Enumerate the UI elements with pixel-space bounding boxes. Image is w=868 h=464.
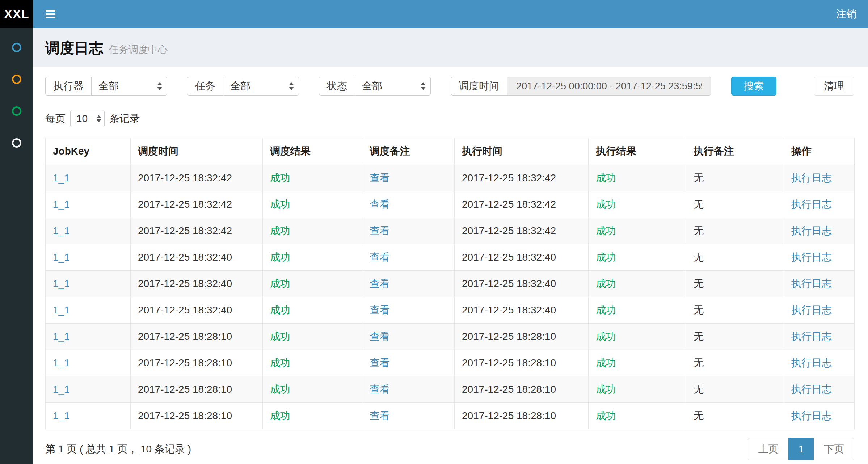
table-row: 1_1 2017-12-25 18:28:10 成功 查看 2017-12-25… [46,376,855,403]
circle-o-icon [12,106,21,116]
handle-time-cell: 2017-12-25 18:32:42 [455,218,589,244]
executor-select-value: 全部 [98,79,119,93]
trigger-msg-link[interactable]: 查看 [370,199,390,210]
exec-log-link[interactable]: 执行日志 [791,410,832,421]
content-box: 执行器 全部 任务 全部 状态 全部 [33,67,868,464]
handle-result-cell: 成功 [589,376,686,403]
trigger-msg-link[interactable]: 查看 [370,357,390,368]
trigger-result-cell: 成功 [263,350,362,376]
search-button[interactable]: 搜索 [731,77,776,96]
job-filter-group: 任务 全部 [187,77,299,96]
trigger-result-cell: 成功 [263,403,362,429]
trigger-result-cell: 成功 [263,376,362,403]
sidebar-menu-item[interactable] [0,31,33,63]
select-stepper-icon [97,115,101,122]
trigger-msg-link[interactable]: 查看 [370,331,390,342]
handle-msg-cell: 无 [686,297,784,324]
page-length-label-before: 每页 [45,112,66,126]
handle-msg-cell: 无 [686,244,784,271]
handle-time-cell: 2017-12-25 18:28:10 [455,350,589,376]
jobkey-link[interactable]: 1_1 [53,357,70,368]
trigger-msg-link[interactable]: 查看 [370,172,390,184]
trigger-msg-link[interactable]: 查看 [370,252,390,263]
clear-button[interactable]: 清理 [814,77,854,96]
handle-result-cell: 成功 [589,271,686,297]
exec-log-link[interactable]: 执行日志 [791,384,832,395]
handle-msg-cell: 无 [686,271,784,297]
jobkey-link[interactable]: 1_1 [53,384,70,395]
handle-msg-cell: 无 [686,191,784,218]
col-header-trigger-time: 调度时间 [131,138,263,165]
handle-msg-cell: 无 [686,350,784,376]
trigger-result-cell: 成功 [263,244,362,271]
table-row: 1_1 2017-12-25 18:28:10 成功 查看 2017-12-25… [46,403,855,429]
page-length-value: 10 [76,113,88,125]
trigger-result-cell: 成功 [263,165,362,191]
trigger-result-cell: 成功 [263,218,362,244]
exec-log-link[interactable]: 执行日志 [791,278,832,289]
current-page-button[interactable]: 1 [788,438,814,460]
jobkey-link[interactable]: 1_1 [53,278,70,289]
sidebar-menu-item[interactable] [0,127,33,159]
trigger-msg-link[interactable]: 查看 [370,278,390,289]
handle-result-cell: 成功 [589,191,686,218]
trigger-msg-link[interactable]: 查看 [370,225,390,236]
handle-msg-cell: 无 [686,324,784,350]
trigger-time-range-input[interactable] [507,77,711,96]
trigger-result-cell: 成功 [263,271,362,297]
jobkey-link[interactable]: 1_1 [53,172,70,184]
table-row: 1_1 2017-12-25 18:32:42 成功 查看 2017-12-25… [46,191,855,218]
sidebar-menu-item[interactable] [0,95,33,127]
sidebar-toggle-button[interactable] [44,6,57,22]
trigger-msg-link[interactable]: 查看 [370,304,390,316]
handle-time-cell: 2017-12-25 18:32:42 [455,165,589,191]
table-row: 1_1 2017-12-25 18:32:42 成功 查看 2017-12-25… [46,165,855,191]
sidebar-menu-item[interactable] [0,63,33,95]
app-logo[interactable]: XXL [0,0,33,28]
exec-log-link[interactable]: 执行日志 [791,252,832,263]
page-info: 第 1 页 ( 总共 1 页， 10 条记录 ) [45,442,191,456]
table-row: 1_1 2017-12-25 18:32:42 成功 查看 2017-12-25… [46,218,855,244]
trigger-time-cell: 2017-12-25 18:32:40 [131,297,263,324]
table-row: 1_1 2017-12-25 18:32:40 成功 查看 2017-12-25… [46,244,855,271]
jobkey-link[interactable]: 1_1 [53,199,70,210]
table-row: 1_1 2017-12-25 18:28:10 成功 查看 2017-12-25… [46,324,855,350]
table-row: 1_1 2017-12-25 18:32:40 成功 查看 2017-12-25… [46,271,855,297]
trigger-result-cell: 成功 [263,324,362,350]
jobkey-link[interactable]: 1_1 [53,304,70,316]
handle-time-cell: 2017-12-25 18:32:40 [455,271,589,297]
jobkey-link[interactable]: 1_1 [53,331,70,342]
prev-page-button[interactable]: 上页 [748,438,788,460]
status-select[interactable]: 全部 [355,77,431,96]
jobkey-link[interactable]: 1_1 [53,225,70,236]
handle-result-cell: 成功 [589,324,686,350]
trigger-time-cell: 2017-12-25 18:28:10 [131,324,263,350]
executor-select[interactable]: 全部 [91,77,167,96]
col-header-trigger-result: 调度结果 [263,138,362,165]
exec-log-link[interactable]: 执行日志 [791,172,832,184]
logout-link[interactable]: 注销 [836,7,856,21]
jobkey-link[interactable]: 1_1 [53,410,70,421]
job-select[interactable]: 全部 [223,77,299,96]
trigger-time-filter-label: 调度时间 [451,77,507,96]
exec-log-link[interactable]: 执行日志 [791,225,832,236]
trigger-msg-link[interactable]: 查看 [370,410,390,421]
handle-msg-cell: 无 [686,376,784,403]
trigger-time-cell: 2017-12-25 18:28:10 [131,403,263,429]
trigger-msg-link[interactable]: 查看 [370,384,390,395]
job-select-value: 全部 [230,79,250,93]
trigger-time-cell: 2017-12-25 18:32:42 [131,218,263,244]
page-length-select[interactable]: 10 [70,110,105,127]
exec-log-link[interactable]: 执行日志 [791,331,832,342]
exec-log-link[interactable]: 执行日志 [791,199,832,210]
col-header-handle-time: 执行时间 [455,138,589,165]
select-stepper-icon [157,82,162,90]
exec-log-link[interactable]: 执行日志 [791,304,832,316]
circle-o-icon [12,43,21,52]
next-page-button[interactable]: 下页 [814,438,854,460]
jobkey-link[interactable]: 1_1 [53,252,70,263]
exec-log-link[interactable]: 执行日志 [791,357,832,368]
main-content: 调度日志 任务调度中心 执行器 全部 任务 全部 [33,28,868,464]
col-header-handle-result: 执行结果 [589,138,686,165]
status-filter-group: 状态 全部 [319,77,431,96]
